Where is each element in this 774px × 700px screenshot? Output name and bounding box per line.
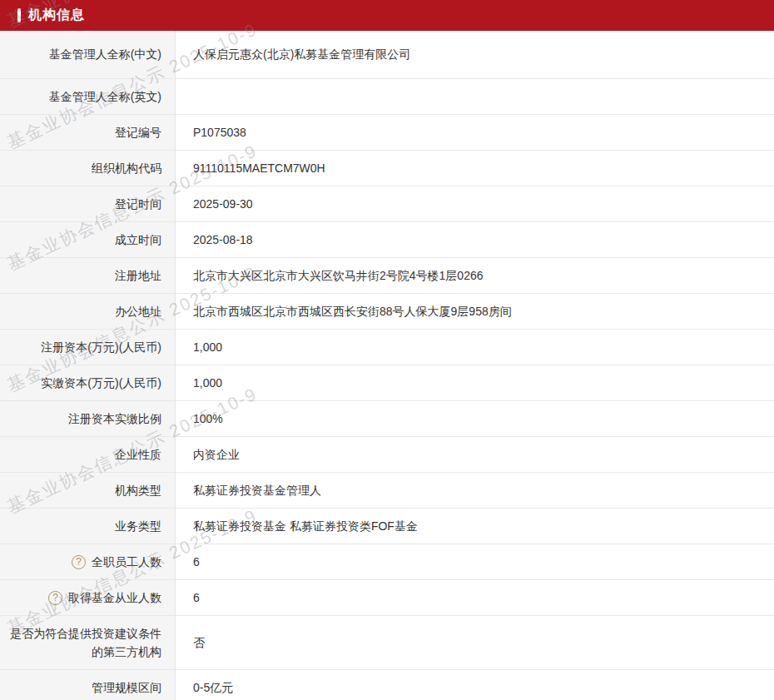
row-label: 注册地址 <box>115 266 161 285</box>
row-value-cell: 1,000 <box>176 365 774 400</box>
table-row: 办公地址北京市西城区北京市西城区西长安街88号人保大厦9层958房间 <box>0 294 774 330</box>
row-label-cell: 注册地址 <box>0 258 176 293</box>
row-label: 企业性质 <box>115 445 161 464</box>
table-row: 成立时间2025-08-18 <box>0 222 774 258</box>
table-row: 组织机构代码91110115MAETCM7W0H <box>0 151 774 186</box>
row-label: 业务类型 <box>115 517 161 535</box>
row-value-cell: 6 <box>176 544 774 579</box>
row-label-cell: 登记编号 <box>0 115 176 150</box>
row-label: 组织机构代码 <box>92 159 161 177</box>
row-label-cell: 是否为符合提供投资建议条件的第三方机构 <box>0 616 176 669</box>
row-label: 基金管理人全称(中文) <box>49 45 161 63</box>
title-bar-mark <box>17 8 21 22</box>
row-label-cell: 业务类型 <box>0 509 176 544</box>
row-value: 0-5亿元 <box>193 679 233 697</box>
row-value-cell: 0-5亿元 <box>176 670 774 700</box>
row-value-cell: 6 <box>176 580 774 615</box>
row-label-cell: 登记时间 <box>0 186 176 221</box>
row-value: 91110115MAETCM7W0H <box>193 160 325 177</box>
row-label-cell: 组织机构代码 <box>0 151 176 186</box>
row-label-cell: 基金管理人全称(英文) <box>0 79 176 114</box>
row-value: 6 <box>193 554 200 571</box>
row-label: 取得基金从业人数 <box>68 588 161 607</box>
row-label: 办公地址 <box>115 302 161 320</box>
table-row: 是否为符合提供投资建议条件的第三方机构否 <box>0 616 774 670</box>
row-label-cell: 基金管理人全称(中文) <box>0 31 176 78</box>
row-label: 实缴资本(万元)(人民币) <box>41 374 161 392</box>
row-label-cell: 实缴资本(万元)(人民币) <box>0 365 176 400</box>
row-label: 注册资本实缴比例 <box>68 410 161 428</box>
row-value: 北京市西城区北京市西城区西长安街88号人保大厦9层958房间 <box>193 303 512 320</box>
table-row: 机构类型私募证券投资基金管理人 <box>0 473 774 509</box>
row-label: 基金管理人全称(英文) <box>49 87 161 106</box>
institution-info-table: 基金管理人全称(中文)人保启元惠众(北京)私募基金管理有限公司基金管理人全称(英… <box>0 31 774 700</box>
row-value-cell: 人保启元惠众(北京)私募基金管理有限公司 <box>176 31 774 78</box>
row-label-cell: 办公地址 <box>0 294 176 329</box>
table-row: 注册资本实缴比例100% <box>0 401 774 437</box>
table-row: 注册地址北京市大兴区北京市大兴区饮马井街2号院4号楼1层0266 <box>0 258 774 294</box>
row-value-cell: 1,000 <box>176 330 774 365</box>
table-row: 业务类型私募证券投资基金 私募证券投资类FOF基金 <box>0 509 774 544</box>
row-value-cell: 2025-09-30 <box>176 186 774 221</box>
row-label: 机构类型 <box>115 481 161 499</box>
row-value: 100% <box>193 410 223 428</box>
row-value: 1,000 <box>193 339 222 356</box>
table-row: 登记编号P1075038 <box>0 115 774 151</box>
table-row: 企业性质内资企业 <box>0 437 774 473</box>
row-value: 私募证券投资基金管理人 <box>193 482 321 499</box>
row-label-cell: 企业性质 <box>0 437 176 472</box>
row-value-cell <box>176 79 774 114</box>
table-row: 基金管理人全称(中文)人保启元惠众(北京)私募基金管理有限公司 <box>0 31 774 79</box>
row-value: 内资企业 <box>193 446 240 464</box>
row-value: 北京市大兴区北京市大兴区饮马井街2号院4号楼1层0266 <box>193 267 484 285</box>
row-value: 否 <box>193 634 205 652</box>
row-value: 人保启元惠众(北京)私募基金管理有限公司 <box>193 46 410 63</box>
row-label-cell: 成立时间 <box>0 222 176 257</box>
row-value-cell: 内资企业 <box>176 437 774 472</box>
row-value-cell: 100% <box>176 401 774 436</box>
row-value-cell: 私募证券投资基金 私募证券投资类FOF基金 <box>176 509 774 544</box>
table-row: 实缴资本(万元)(人民币)1,000 <box>0 365 774 401</box>
table-row: ?取得基金从业人数6 <box>0 580 774 616</box>
row-label: 是否为符合提供投资建议条件的第三方机构 <box>8 624 161 662</box>
row-value-cell: 2025-08-18 <box>176 222 774 257</box>
question-circle-icon[interactable]: ? <box>48 591 62 605</box>
row-label-cell: 机构类型 <box>0 473 176 508</box>
institution-info-page: 机构信息 基金管理人全称(中文)人保启元惠众(北京)私募基金管理有限公司基金管理… <box>0 0 774 700</box>
row-label: 注册资本(万元)(人民币) <box>41 338 161 356</box>
row-value-cell: 91110115MAETCM7W0H <box>176 151 774 186</box>
row-value-cell: 否 <box>176 616 774 669</box>
table-row: 管理规模区间0-5亿元 <box>0 670 774 700</box>
row-label-cell: ?全职员工人数 <box>0 544 176 579</box>
row-value-cell: P1075038 <box>176 115 774 150</box>
row-value: 私募证券投资基金 私募证券投资类FOF基金 <box>193 518 418 535</box>
row-value-cell: 私募证券投资基金管理人 <box>176 473 774 508</box>
row-value: 2025-09-30 <box>193 196 253 213</box>
table-row: 注册资本(万元)(人民币)1,000 <box>0 330 774 365</box>
row-label-cell: 注册资本(万元)(人民币) <box>0 330 176 365</box>
section-header: 机构信息 <box>0 0 774 31</box>
row-label: 登记时间 <box>115 195 161 213</box>
row-label-cell: 管理规模区间 <box>0 670 176 700</box>
row-label-cell: ?取得基金从业人数 <box>0 580 176 615</box>
table-row: 基金管理人全称(英文) <box>0 79 774 115</box>
table-row: 登记时间2025-09-30 <box>0 186 774 222</box>
row-value: 2025-08-18 <box>193 231 253 249</box>
row-value-cell: 北京市大兴区北京市大兴区饮马井街2号院4号楼1层0266 <box>176 258 774 293</box>
row-label: 登记编号 <box>115 123 161 141</box>
row-label: 成立时间 <box>115 231 161 249</box>
row-label: 管理规模区间 <box>92 678 161 697</box>
row-value: 6 <box>193 589 200 607</box>
row-value-cell: 北京市西城区北京市西城区西长安街88号人保大厦9层958房间 <box>176 294 774 329</box>
row-label-cell: 注册资本实缴比例 <box>0 401 176 436</box>
row-label: 全职员工人数 <box>92 553 161 571</box>
question-circle-icon[interactable]: ? <box>72 555 86 569</box>
table-row: ?全职员工人数6 <box>0 544 774 580</box>
page-title: 机构信息 <box>28 7 85 24</box>
row-value: 1,000 <box>193 375 222 392</box>
row-value: P1075038 <box>193 124 246 141</box>
